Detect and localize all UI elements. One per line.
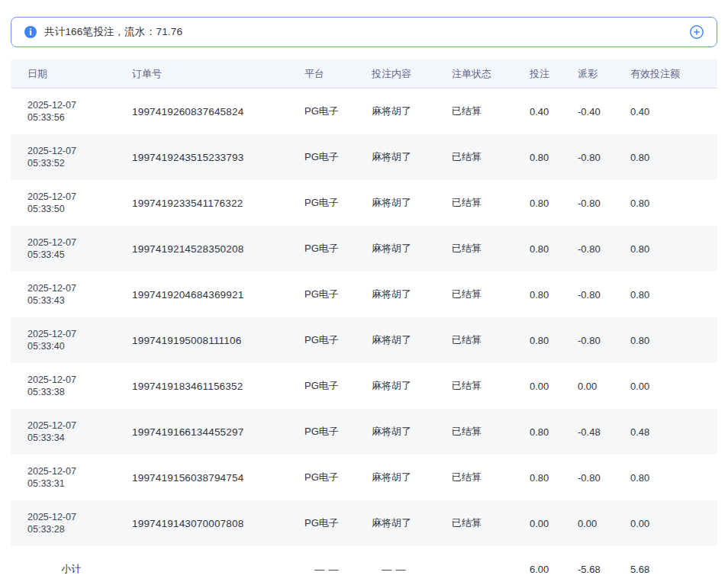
platform-cell: PG电子: [304, 333, 372, 347]
column-header: 投注: [530, 67, 578, 81]
valid-bet-cell: 0.48: [630, 426, 717, 438]
column-header: 平台: [304, 67, 372, 81]
time-text: 05:33:56: [27, 111, 132, 124]
time-text: 05:33:31: [27, 477, 132, 490]
order-number-cell: 1997419214528350208: [132, 243, 304, 255]
table-row: 2025-12-0705:33:341997419166134455297PG电…: [11, 409, 717, 455]
bet-records-table: 日期订单号平台投注内容注单状态投注派彩有效投注额 2025-12-0705:33…: [11, 59, 717, 585]
column-header: 投注内容: [372, 67, 452, 81]
status-cell: 已结算: [452, 471, 530, 484]
status-cell: 已结算: [452, 425, 530, 439]
table-body: 2025-12-0705:33:561997419260837645824PG电…: [11, 88, 717, 546]
order-number-cell: 1997419233541176322: [132, 198, 304, 209]
date-text: 2025-12-07: [27, 99, 132, 111]
status-cell: 已结算: [452, 333, 530, 347]
subtotal-bet: 6.00: [530, 564, 578, 575]
bet-amount-cell: 0.80: [530, 289, 578, 301]
platform-cell: PG电子: [304, 516, 372, 530]
order-number-cell: 1997419143070007808: [132, 518, 304, 529]
summary-alert-bar: i 共计166笔投注，流水：71.76: [11, 17, 717, 47]
status-cell: 已结算: [452, 196, 530, 210]
bet-content-cell: 麻将胡了: [372, 288, 452, 301]
bet-amount-cell: 0.80: [530, 243, 578, 255]
bet-amount-cell: 0.80: [530, 152, 578, 163]
status-cell: 已结算: [452, 242, 530, 256]
status-cell: 已结算: [452, 150, 530, 164]
valid-bet-cell: 0.80: [630, 335, 717, 346]
payout-cell: -0.80: [578, 472, 630, 484]
column-header: 订单号: [132, 67, 304, 81]
summary-text: 共计166笔投注，流水：71.76: [44, 25, 182, 39]
time-text: 05:33:43: [27, 294, 132, 307]
time-text: 05:33:50: [27, 203, 132, 215]
platform-cell: PG电子: [304, 471, 372, 484]
subtotal-valid-bet: 5.68: [630, 564, 717, 575]
column-header: 注单状态: [452, 67, 530, 81]
footer-content-cell: — —: [372, 564, 452, 575]
subtotal-payout: -5.68: [578, 564, 630, 575]
date-text: 2025-12-07: [27, 419, 132, 432]
payout-cell: -0.80: [578, 289, 630, 301]
time-text: 05:33:28: [27, 523, 132, 535]
datetime-cell: 2025-12-0705:33:28: [11, 511, 132, 535]
payout-cell: -0.80: [578, 243, 630, 255]
time-text: 05:33:45: [27, 249, 132, 261]
time-text: 05:33:40: [27, 340, 132, 352]
bet-content-cell: 麻将胡了: [372, 196, 452, 210]
table-row: 2025-12-0705:33:501997419233541176322PG电…: [11, 180, 717, 226]
platform-cell: PG电子: [304, 379, 372, 393]
table-row: 2025-12-0705:33:311997419156038794754PG电…: [11, 455, 717, 500]
bet-amount-cell: 0.80: [530, 472, 578, 484]
order-number-cell: 1997419243515233793: [132, 152, 304, 163]
bet-amount-cell: 0.80: [530, 335, 578, 346]
column-header: 有效投注额: [630, 67, 717, 81]
datetime-cell: 2025-12-0705:33:38: [11, 374, 132, 398]
order-number-cell: 1997419195008111106: [132, 335, 304, 346]
bet-content-cell: 麻将胡了: [372, 150, 452, 164]
valid-bet-cell: 0.80: [630, 289, 717, 301]
date-text: 2025-12-07: [27, 145, 132, 157]
table-footer-row: 小计 — — — — 6.00 -5.68 5.68: [11, 546, 717, 585]
bet-amount-cell: 0.00: [530, 518, 578, 529]
platform-cell: PG电子: [304, 288, 372, 301]
bet-amount-cell: 0.00: [530, 381, 578, 392]
date-text: 2025-12-07: [27, 465, 132, 477]
datetime-cell: 2025-12-0705:33:40: [11, 328, 132, 352]
order-number-cell: 1997419156038794754: [132, 472, 304, 484]
date-text: 2025-12-07: [27, 374, 132, 386]
table-row: 2025-12-0705:33:561997419260837645824PG电…: [11, 88, 717, 134]
page: { "alert": { "info_icon": "info-circle-i…: [0, 0, 728, 585]
order-number-cell: 1997419166134455297: [132, 426, 304, 438]
platform-cell: PG电子: [304, 242, 372, 256]
bet-content-cell: 麻将胡了: [372, 425, 452, 439]
bet-content-cell: 麻将胡了: [372, 333, 452, 347]
platform-cell: PG电子: [304, 196, 372, 210]
footer-platform-cell: — —: [304, 564, 372, 575]
bet-amount-cell: 0.80: [530, 426, 578, 438]
valid-bet-cell: 0.40: [630, 106, 717, 117]
bet-content-cell: 麻将胡了: [372, 471, 452, 484]
payout-cell: -0.80: [578, 152, 630, 163]
bet-content-cell: 麻将胡了: [372, 516, 452, 530]
info-icon: i: [24, 26, 37, 38]
payout-cell: -0.48: [578, 426, 630, 438]
datetime-cell: 2025-12-0705:33:56: [11, 99, 132, 124]
order-number-cell: 1997419183461156352: [132, 381, 304, 392]
time-text: 05:33:34: [27, 432, 132, 444]
date-text: 2025-12-07: [27, 236, 132, 249]
time-text: 05:33:38: [27, 386, 132, 398]
column-header: 日期: [11, 67, 132, 81]
payout-cell: -0.40: [578, 106, 630, 117]
circle-plus-icon[interactable]: [689, 24, 704, 40]
table-row: 2025-12-0705:33:431997419204684369921PG电…: [11, 272, 717, 317]
order-number-cell: 1997419260837645824: [132, 106, 304, 117]
table-row: 2025-12-0705:33:521997419243515233793PG电…: [11, 134, 717, 180]
payout-cell: 0.00: [578, 518, 630, 529]
date-text: 2025-12-07: [27, 511, 132, 523]
payout-cell: 0.00: [578, 381, 630, 392]
datetime-cell: 2025-12-0705:33:31: [11, 465, 132, 490]
status-cell: 已结算: [452, 288, 530, 301]
datetime-cell: 2025-12-0705:33:45: [11, 236, 132, 261]
bet-content-cell: 麻将胡了: [372, 104, 452, 118]
platform-cell: PG电子: [304, 150, 372, 164]
